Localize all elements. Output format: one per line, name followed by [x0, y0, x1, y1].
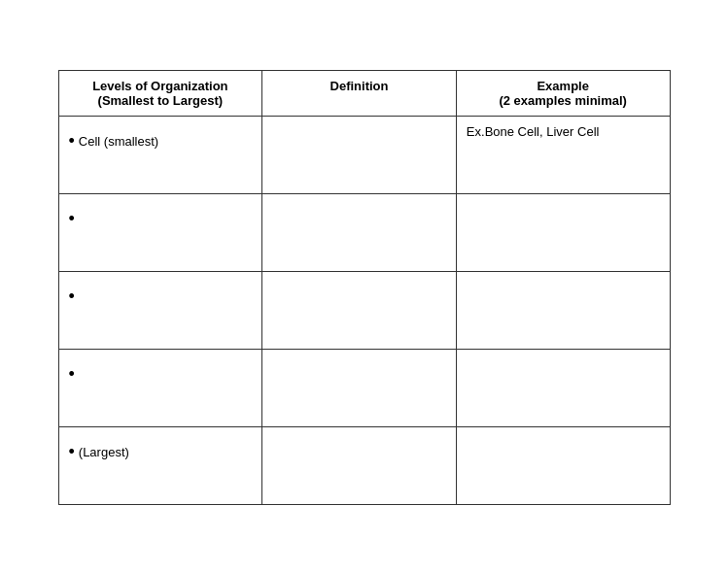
header-example: Example (2 examples minimal) — [456, 70, 670, 116]
header-definition-text: Definition — [272, 79, 446, 93]
row5-definition-cell — [262, 426, 457, 504]
row3-levels-content: • — [69, 280, 253, 305]
header-example-line2: (2 examples minimal) — [467, 93, 660, 108]
header-definition: Definition — [262, 70, 457, 116]
row1-levels-content: • Cell (smallest) — [69, 124, 253, 150]
table-row: • (Largest) — [58, 426, 670, 504]
row1-example-cell: Ex.Bone Cell, Liver Cell — [456, 116, 670, 193]
header-row: Levels of Organization (Smallest to Larg… — [58, 70, 670, 116]
row1-definition-cell — [262, 116, 457, 193]
row2-example-cell — [456, 193, 670, 271]
row4-example-cell — [456, 349, 670, 426]
row4-levels-cell: • — [58, 349, 262, 426]
row1-levels-cell: • Cell (smallest) — [58, 116, 262, 193]
row5-bullet: • — [69, 443, 75, 460]
row1-example-text: Ex.Bone Cell, Liver Cell — [467, 117, 600, 139]
row4-levels-content: • — [69, 357, 253, 383]
header-example-line1: Example — [467, 79, 660, 93]
row2-levels-content: • — [69, 202, 253, 227]
row4-bullet: • — [69, 365, 75, 383]
row1-bullet: • — [69, 132, 75, 150]
row4-definition-cell — [262, 349, 457, 426]
table-row: • Cell (smallest) Ex.Bone Cell, Liver Ce… — [58, 116, 670, 193]
table-row: • — [58, 271, 670, 349]
row3-levels-cell: • — [58, 271, 262, 349]
row5-levels-cell: • (Largest) — [58, 426, 262, 504]
header-levels: Levels of Organization (Smallest to Larg… — [58, 70, 262, 116]
row2-bullet: • — [69, 210, 75, 227]
row5-levels-text: (Largest) — [79, 445, 129, 459]
row3-bullet: • — [69, 287, 75, 305]
main-table-container: Levels of Organization (Smallest to Larg… — [58, 70, 671, 505]
organization-table: Levels of Organization (Smallest to Larg… — [58, 70, 671, 505]
row3-definition-cell — [262, 271, 457, 349]
row3-example-cell — [456, 271, 670, 349]
row5-example-cell — [456, 426, 670, 504]
row2-definition-cell — [262, 193, 457, 271]
table-row: • — [58, 193, 670, 271]
row1-levels-text: Cell (smallest) — [79, 134, 158, 149]
row5-levels-content: • (Largest) — [69, 435, 253, 460]
header-levels-line2: (Smallest to Largest) — [69, 93, 253, 108]
table-row: • — [58, 349, 670, 426]
row2-levels-cell: • — [58, 193, 262, 271]
header-levels-line1: Levels of Organization — [69, 79, 253, 93]
